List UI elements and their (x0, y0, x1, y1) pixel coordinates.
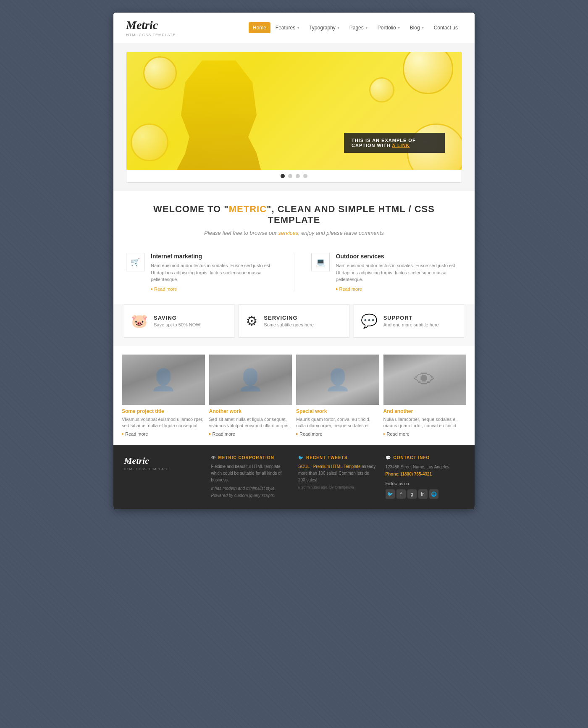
feature-text-servicing: SERVICING Some subtitle goes here (264, 315, 314, 327)
caption-link[interactable]: A LINK (392, 143, 410, 148)
service-readmore-outdoor[interactable]: Read more (336, 286, 462, 292)
thumb-figure-3: 👤 (296, 355, 379, 405)
service-title-outdoor: Outdoor services (336, 253, 462, 260)
service-divider (294, 253, 294, 292)
feature-block-saving: 🐷 SAVING Save upt to 50% NOW! (124, 304, 234, 338)
service-readmore-marketing[interactable]: Read more (151, 286, 277, 292)
footer-tweet-text: SOUL - Premium HTML Template already mor… (298, 463, 377, 484)
footer-col-logo: Metric HTML / CSS TEMPLATE (124, 455, 203, 499)
footer-col-corporation: 👁 METRIC CORPORATION Flexible and beauti… (211, 455, 290, 499)
footer-tweets-title: 🐦 RECENT TWEETS (298, 455, 377, 460)
social-twitter[interactable]: 🐦 (386, 489, 395, 499)
portfolio-thumb-4: 👁 (383, 355, 467, 405)
header: Metric HTML / CSS TEMPLATE HomeFeatures▼… (113, 13, 475, 43)
feature-title-support: SUPPORT (383, 315, 439, 321)
nav-arrow-2: ▼ (337, 26, 340, 30)
footer-address: 123456 Street Name, Los Angeles (386, 465, 449, 469)
servicing-icon: ⚙ (246, 313, 258, 329)
nav: HomeFeatures▼Typography▼Pages▼Portfolio▼… (249, 22, 462, 33)
portfolio-item-2: 👤 Another work Sed sit amet nulla et lig… (209, 355, 292, 437)
portfolio-title-4[interactable]: And another (383, 408, 467, 414)
service-block-2: 💻 Outdoor services Nam euismod audor lec… (311, 253, 462, 292)
portfolio-read-3[interactable]: Read more (296, 431, 379, 436)
service-desc-outdoor: Nam euismod audor lectus in sodales. Fus… (336, 262, 462, 283)
footer-corp-title: 👁 METRIC CORPORATION (211, 455, 290, 460)
eye-icon: 👁 (211, 455, 216, 460)
feature-text-saving: SAVING Save upt to 50% NOW! (154, 315, 202, 327)
footer-contact-info: 123456 Street Name, Los Angeles Phone: (… (386, 463, 465, 487)
nav-item-portfolio[interactable]: Portfolio▼ (373, 22, 405, 33)
portfolio-desc-1: Vivamus volutpat euismod ullamco rper, s… (122, 416, 205, 429)
feature-sub-support: And one more subtitle here (383, 322, 439, 327)
portfolio-thumb-2: 👤 (209, 355, 292, 405)
brand-name: METRIC (229, 204, 267, 214)
portfolio-item-1: 👤 Some project title Vivamus volutpat eu… (122, 355, 205, 437)
welcome-section: WELCOME TO "METRIC", CLEAN AND SIMPLE HT… (113, 191, 475, 249)
feature-sub-saving: Save upt to 50% NOW! (154, 322, 202, 327)
thumb-figure-2: 👤 (209, 355, 292, 405)
social-linkedin[interactable]: in (418, 489, 428, 499)
feature-block-servicing: ⚙ SERVICING Some subtitle goes here (239, 304, 349, 338)
feature-sub-servicing: Some subtitle goes here (264, 322, 314, 327)
footer-phone: Phone: (1800) 765-4321 (386, 472, 432, 476)
slide-dot-3[interactable] (296, 174, 300, 178)
services-link[interactable]: services (278, 230, 298, 236)
services-section: 🛒 Internet marketing Nam euismod audor l… (113, 249, 475, 304)
nav-item-blog[interactable]: Blog▼ (406, 22, 429, 33)
footer-contact-title: 💬 CONTACT INFO (386, 455, 465, 460)
portfolio-thumb-1: 👤 (122, 355, 205, 405)
portfolio-desc-4: Nulla ullamcorper, neque sodales el, mau… (383, 416, 467, 429)
footer-corp-text: Flexible and beautiful HTML template whi… (211, 463, 290, 484)
footer-corp-italic1: It has modern and minimalist style. (211, 486, 290, 491)
saving-icon: 🐷 (131, 313, 148, 329)
portfolio-title-2[interactable]: Another work (209, 408, 292, 414)
social-web[interactable]: 🌐 (429, 489, 438, 499)
slider-image: THIS IS AN EXAMPLE OF CAPTION WITH A LIN… (126, 52, 462, 170)
nav-item-home[interactable]: Home (249, 22, 270, 33)
thumb-figure-4: 👁 (383, 355, 467, 405)
portfolio-title-1[interactable]: Some project title (122, 408, 205, 414)
caption-text: THIS IS AN EXAMPLE OF CAPTION WITH A LIN… (352, 138, 416, 148)
footer-logo-sub: HTML / CSS TEMPLATE (124, 467, 203, 471)
tweet-link[interactable]: SOUL - Premium HTML Template (298, 464, 361, 469)
service-icon-marketing: 🛒 (126, 253, 144, 271)
feature-text-support: SUPPORT And one more subtitle here (383, 315, 439, 327)
welcome-title: WELCOME TO "METRIC", CLEAN AND SIMPLE HT… (126, 204, 462, 226)
portfolio-read-1[interactable]: Read more (122, 431, 205, 436)
logo-sub: HTML / CSS TEMPLATE (126, 33, 176, 37)
slide-dot-2[interactable] (288, 174, 292, 178)
woman-figure (177, 60, 261, 170)
logo[interactable]: Metric HTML / CSS TEMPLATE (126, 18, 176, 37)
support-icon: 💬 (361, 313, 378, 329)
nav-arrow-3: ▼ (365, 26, 368, 30)
social-facebook[interactable]: f (396, 489, 406, 499)
service-content-marketing: Internet marketing Nam euismod audor lec… (151, 253, 277, 292)
portfolio-desc-3: Mauris quam tortor, conval eu tincid, nu… (296, 416, 379, 429)
nav-item-features[interactable]: Features▼ (271, 22, 304, 33)
footer-logo-text: Metric (124, 455, 203, 466)
portfolio-read-4[interactable]: Read more (383, 431, 467, 436)
portfolio-title-3[interactable]: Special work (296, 408, 379, 414)
nav-item-contact-us[interactable]: Contact us (430, 22, 462, 33)
slide-dot-1[interactable] (281, 174, 285, 178)
nav-item-pages[interactable]: Pages▼ (345, 22, 373, 33)
feature-block-support: 💬 SUPPORT And one more subtitle here (354, 304, 464, 338)
features-section: 🐷 SAVING Save upt to 50% NOW! ⚙ SERVICIN… (113, 304, 475, 346)
portfolio-thumb-3: 👤 (296, 355, 379, 405)
nav-arrow-1: ▼ (297, 26, 300, 30)
logo-text: Metric (126, 18, 176, 32)
social-google[interactable]: g (407, 489, 417, 499)
service-block-1: 🛒 Internet marketing Nam euismod audor l… (126, 253, 277, 292)
footer-follow-label: Follow us on: (386, 480, 465, 487)
social-icons: 🐦 f g in 🌐 (386, 489, 465, 499)
service-title-marketing: Internet marketing (151, 253, 277, 260)
footer-col-tweets: 🐦 RECENT TWEETS SOUL - Premium HTML Temp… (298, 455, 377, 499)
nav-item-typography[interactable]: Typography▼ (305, 22, 344, 33)
lemon-decoration-3 (369, 77, 394, 102)
page-container: Metric HTML / CSS TEMPLATE HomeFeatures▼… (113, 13, 475, 509)
service-icon-outdoor: 💻 (311, 253, 330, 271)
portfolio-section: 👤 Some project title Vivamus volutpat eu… (113, 346, 475, 445)
thumb-figure-1: 👤 (122, 355, 205, 405)
slide-dot-4[interactable] (303, 174, 307, 178)
portfolio-read-2[interactable]: Read more (209, 431, 292, 436)
